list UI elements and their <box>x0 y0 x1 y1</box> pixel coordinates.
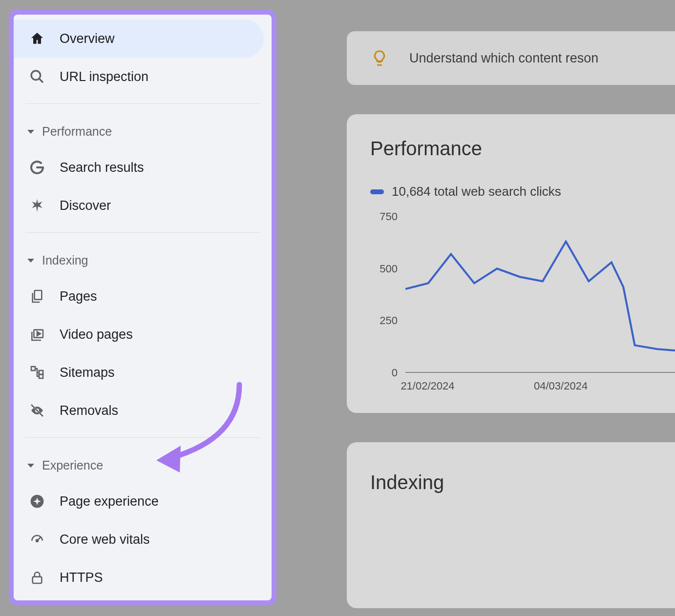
y-tick: 250 <box>380 314 398 327</box>
caret-down-icon <box>27 464 34 468</box>
tip-text: Understand which content reson <box>409 51 598 66</box>
home-icon <box>28 30 46 47</box>
divider <box>25 103 260 104</box>
lock-icon <box>28 569 46 586</box>
caret-down-icon <box>27 259 34 263</box>
svg-rect-2 <box>35 290 42 300</box>
divider <box>25 232 260 233</box>
sidebar-item-label: Removals <box>60 403 118 418</box>
video-pages-icon <box>28 326 46 343</box>
svg-point-10 <box>36 540 38 542</box>
y-tick: 750 <box>380 210 398 223</box>
google-icon <box>28 159 46 176</box>
y-axis: 750 500 250 0 <box>370 217 401 373</box>
svg-line-1 <box>39 79 43 82</box>
sitemap-icon <box>28 364 46 381</box>
chart-line <box>405 242 675 351</box>
svg-point-0 <box>31 71 41 80</box>
divider <box>25 437 260 438</box>
sidebar-item-sitemaps[interactable]: Sitemaps <box>14 353 264 391</box>
sidebar-item-pages[interactable]: Pages <box>14 277 264 315</box>
sidebar-item-video-pages[interactable]: Video pages <box>14 315 264 353</box>
sidebar-item-url-inspection[interactable]: URL inspection <box>14 58 264 96</box>
performance-chart: 750 500 250 0 21/02/2024 04/03/2024 16 <box>370 217 675 392</box>
sidebar-item-label: Discover <box>60 198 111 213</box>
sidebar-item-discover[interactable]: Discover <box>14 186 264 225</box>
section-header-performance[interactable]: Performance <box>14 112 272 148</box>
x-axis: 21/02/2024 04/03/2024 16 <box>405 376 675 392</box>
sidebar-item-label: Page experience <box>60 494 159 509</box>
sidebar-item-label: Video pages <box>60 327 133 342</box>
sidebar-item-search-results[interactable]: Search results <box>14 148 264 186</box>
legend-swatch <box>370 189 384 194</box>
y-tick: 500 <box>380 263 398 275</box>
sidebar-item-https[interactable]: HTTPS <box>14 558 264 596</box>
performance-title: Performance <box>370 138 675 160</box>
sidebar-item-removals[interactable]: Removals <box>14 391 264 430</box>
chart-plot-area <box>405 217 675 373</box>
sidebar-highlight-frame: Overview URL inspection Performance Sear… <box>9 10 276 605</box>
y-tick: 0 <box>392 367 398 379</box>
performance-card: Performance 10,684 total web search clic… <box>347 114 675 413</box>
asterisk-icon <box>28 197 46 214</box>
indexing-title: Indexing <box>370 472 675 493</box>
sidebar-item-label: HTTPS <box>60 570 103 585</box>
sidebar-item-label: Overview <box>60 31 115 46</box>
sidebar-item-label: URL inspection <box>60 69 148 84</box>
tip-banner[interactable]: Understand which content reson <box>347 31 675 85</box>
sidebar-item-label: Sitemaps <box>60 365 115 380</box>
sparkle-badge-icon <box>28 493 46 510</box>
caret-down-icon <box>27 130 34 134</box>
chart-legend: 10,684 total web search clicks <box>370 184 675 199</box>
svg-rect-6 <box>39 374 43 378</box>
sidebar-item-page-experience[interactable]: Page experience <box>14 482 264 520</box>
sidebar: Overview URL inspection Performance Sear… <box>14 15 272 600</box>
section-header-experience[interactable]: Experience <box>14 446 272 482</box>
eye-off-icon <box>28 402 46 419</box>
svg-rect-11 <box>33 577 42 583</box>
search-icon <box>28 68 46 85</box>
section-header-indexing[interactable]: Indexing <box>14 241 272 277</box>
section-title: Experience <box>42 458 103 472</box>
svg-rect-4 <box>31 367 35 370</box>
sidebar-item-label: Core web vitals <box>60 532 150 547</box>
x-tick: 21/02/2024 <box>401 380 454 392</box>
lightbulb-icon <box>370 49 389 67</box>
sidebar-item-label: Pages <box>60 289 97 304</box>
section-title: Performance <box>42 124 112 139</box>
indexing-card: Indexing <box>347 442 675 608</box>
sidebar-item-overview[interactable]: Overview <box>14 20 264 58</box>
sidebar-item-core-web-vitals[interactable]: Core web vitals <box>14 520 264 558</box>
x-tick: 04/03/2024 <box>534 380 588 392</box>
speed-icon <box>28 531 46 548</box>
pages-icon <box>28 287 46 305</box>
legend-label: 10,684 total web search clicks <box>392 184 561 199</box>
section-title: Indexing <box>42 253 88 267</box>
sidebar-item-label: Search results <box>60 160 144 175</box>
